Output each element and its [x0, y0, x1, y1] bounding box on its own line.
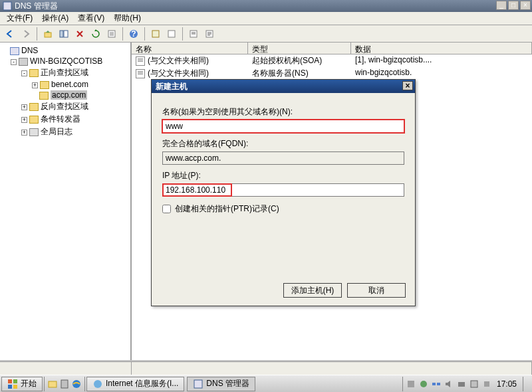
tray-volume-icon[interactable]	[444, 379, 454, 389]
fqdn-input	[162, 151, 404, 165]
svg-rect-19	[194, 380, 202, 388]
properties-button[interactable]	[202, 27, 217, 41]
show-hide-tree-button[interactable]	[57, 27, 71, 41]
delete-button[interactable]	[72, 27, 87, 41]
svg-rect-16	[61, 380, 68, 388]
add-host-button[interactable]: 添加主机(H)	[283, 283, 342, 298]
tray-icon[interactable]	[469, 379, 479, 389]
tree-global-log[interactable]: +全局日志	[1, 126, 129, 138]
col-type[interactable]: 类型	[248, 43, 351, 54]
start-label: 开始	[21, 378, 37, 389]
dialog-title: 新建主机	[156, 81, 188, 92]
svg-rect-20	[408, 381, 414, 387]
tree-root[interactable]: DNS	[1, 45, 129, 56]
forward-button[interactable]	[19, 27, 33, 41]
svg-rect-22	[432, 383, 436, 385]
show-desktop-button[interactable]	[523, 377, 529, 391]
windows-logo-icon	[7, 379, 18, 389]
ptr-checkbox[interactable]	[162, 205, 171, 213]
window-titlebar: DNS 管理器 _ □ ×	[0, 0, 532, 12]
menu-help[interactable]: 帮助(H)	[110, 11, 145, 25]
tree-panel[interactable]: DNS -WIN-BGIZQCOTISB -正向查找区域 +benet.com …	[0, 43, 132, 360]
ql-ie-icon[interactable]	[71, 379, 82, 389]
minimize-button[interactable]: _	[496, 1, 507, 10]
help-button[interactable]: ?	[126, 27, 141, 41]
ip-input[interactable]	[162, 183, 404, 197]
svg-text:?: ?	[131, 29, 136, 39]
tray-icon[interactable]	[456, 379, 467, 389]
col-data[interactable]: 数据	[351, 43, 532, 54]
tray-network-icon[interactable]	[431, 379, 442, 389]
taskbar: 开始 Internet 信息服务(I... DNS 管理器 17:05	[0, 375, 532, 392]
list-row[interactable]: (与父文件夹相同) 名称服务器(NS) win-bgizqcotisb.	[132, 67, 532, 80]
tray-icon[interactable]	[406, 379, 416, 389]
tree-conditional-forwarders[interactable]: +条件转发器	[1, 113, 129, 126]
window-title: DNS 管理器	[15, 1, 58, 12]
svg-rect-25	[471, 381, 477, 387]
system-tray: 17:05	[402, 377, 532, 391]
tree-reverse-zone[interactable]: +反向查找区域	[1, 100, 129, 113]
tool-button-2[interactable]	[164, 27, 179, 41]
ql-explorer-icon[interactable]	[47, 379, 58, 389]
dialog-titlebar[interactable]: 新建主机 ×	[152, 80, 415, 93]
taskbar-task-dns[interactable]: DNS 管理器	[187, 377, 255, 391]
record-icon	[136, 56, 145, 66]
svg-rect-7	[152, 31, 159, 37]
record-icon	[136, 69, 145, 78]
col-name[interactable]: 名称	[132, 43, 248, 54]
dns-icon	[193, 379, 203, 389]
list-row[interactable]: (与父文件夹相同) 起始授权机构(SOA) [1], win-bgizqcoti…	[132, 54, 532, 67]
name-label: 名称(如果为空则使用其父域名称)(N):	[162, 106, 404, 118]
tray-icon[interactable]	[481, 379, 492, 389]
fqdn-label: 完全合格的域名(FQDN):	[162, 138, 404, 149]
tray-icon[interactable]	[418, 379, 429, 389]
maximize-button[interactable]: □	[508, 1, 519, 10]
new-host-dialog: 新建主机 × 名称(如果为空则使用其父域名称)(N): 完全合格的域名(FQDN…	[151, 79, 416, 306]
tree-zone-benet[interactable]: +benet.com	[1, 79, 129, 90]
svg-rect-11	[8, 379, 12, 383]
svg-point-18	[94, 380, 102, 388]
name-input[interactable]	[162, 120, 404, 133]
refresh-button[interactable]	[88, 27, 103, 41]
svg-rect-15	[49, 381, 57, 387]
svg-rect-24	[458, 382, 465, 387]
tool-button-1[interactable]	[148, 27, 163, 41]
menu-file[interactable]: 文件(F)	[3, 11, 37, 25]
taskbar-task-iis[interactable]: Internet 信息服务(I...	[86, 377, 184, 391]
export-button[interactable]	[104, 27, 119, 41]
start-button[interactable]: 开始	[1, 377, 43, 391]
menu-view[interactable]: 查看(V)	[74, 11, 108, 25]
svg-rect-8	[168, 31, 175, 37]
cancel-button[interactable]: 取消	[347, 283, 406, 298]
close-button[interactable]: ×	[520, 1, 531, 10]
clock[interactable]: 17:05	[494, 379, 521, 389]
svg-rect-0	[3, 2, 11, 10]
tree-server[interactable]: -WIN-BGIZQCOTISB	[1, 56, 129, 66]
list-header: 名称 类型 数据	[132, 43, 532, 54]
svg-rect-1	[45, 33, 51, 37]
svg-point-21	[420, 381, 427, 387]
tree-forward-zone[interactable]: -正向查找区域	[1, 66, 129, 79]
svg-rect-2	[60, 31, 63, 37]
ptr-label: 创建相关的指针(PTR)记录(C)	[175, 203, 279, 215]
menubar: 文件(F) 操作(A) 查看(V) 帮助(H)	[0, 12, 532, 25]
svg-rect-13	[8, 385, 12, 389]
ip-label: IP 地址(P):	[162, 170, 404, 181]
svg-rect-14	[13, 385, 17, 389]
dialog-close-button[interactable]: ×	[402, 81, 413, 90]
iis-icon	[92, 379, 103, 389]
back-button[interactable]	[3, 27, 17, 41]
up-button[interactable]	[41, 27, 55, 41]
dns-app-icon	[3, 1, 12, 11]
ql-server-icon[interactable]	[59, 379, 70, 389]
statusbar	[0, 361, 532, 375]
svg-rect-3	[64, 31, 68, 37]
svg-rect-26	[484, 381, 489, 387]
toolbar: ?	[0, 25, 532, 43]
svg-rect-12	[13, 379, 17, 383]
svg-rect-23	[437, 383, 440, 385]
tree-zone-accp[interactable]: accp.com	[1, 90, 129, 100]
filter-button[interactable]	[186, 27, 201, 41]
menu-action[interactable]: 操作(A)	[38, 11, 72, 25]
quick-launch	[44, 377, 85, 391]
